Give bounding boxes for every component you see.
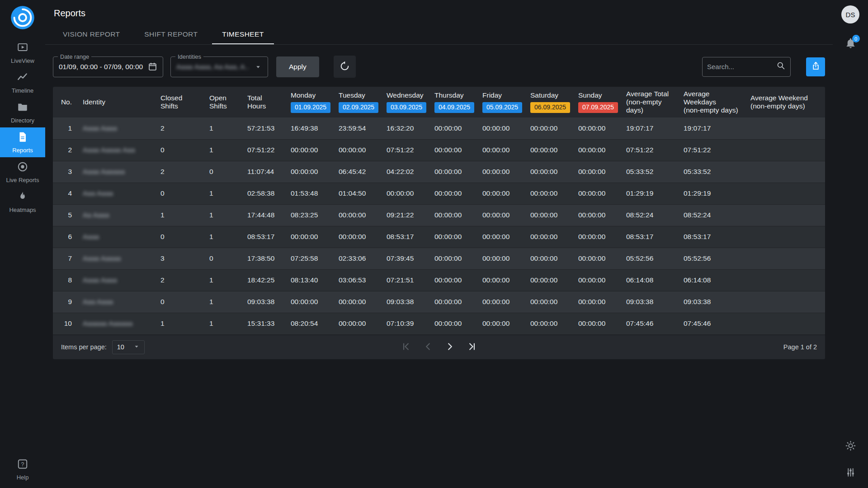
cell-sunday: 00:00:00 xyxy=(574,139,622,161)
calendar-icon[interactable] xyxy=(148,62,157,71)
sidebar-item-heatmaps[interactable]: Heatmaps xyxy=(0,187,45,217)
sidebar-item-liveview[interactable]: LiveView xyxy=(0,38,45,68)
column-label: Tuesday xyxy=(339,91,377,99)
chevron-down-icon xyxy=(254,63,262,71)
cell-tuesday: 00:00:00 xyxy=(334,139,382,161)
cell-sunday: 00:00:00 xyxy=(574,313,622,334)
sidebar-item-label: Heatmaps xyxy=(9,206,36,213)
cell-avg_total: 06:14:08 xyxy=(622,269,679,291)
search-input[interactable] xyxy=(707,63,774,70)
cell-wednesday: 07:39:45 xyxy=(382,248,430,269)
notification-badge: 0 xyxy=(852,35,860,42)
tab-timesheet[interactable]: TIMESHEET xyxy=(212,26,274,44)
folder-icon xyxy=(17,101,28,115)
cell-thursday: 00:00:00 xyxy=(430,226,478,248)
avatar[interactable]: DS xyxy=(841,5,859,23)
column-header-wednesday: Wednesday03.09.2025 xyxy=(382,87,430,117)
tab-shift-report[interactable]: SHIFT REPORT xyxy=(134,26,208,44)
cell-no: 8 xyxy=(53,269,78,291)
sidebar-item-label: Help xyxy=(17,474,29,481)
cell-sunday: 00:00:00 xyxy=(574,248,622,269)
apply-button[interactable]: Apply xyxy=(276,56,319,77)
identity-redacted: Aaa Aaaa xyxy=(83,189,113,197)
refresh-button[interactable] xyxy=(334,56,356,78)
cell-sunday: 00:00:00 xyxy=(574,117,622,139)
identities-field[interactable]: Identities Aaaa Aaaa, Aa Aaa, A... xyxy=(170,56,268,77)
date-chip: 04.09.2025 xyxy=(434,102,474,113)
bell-icon xyxy=(844,43,857,51)
cell-avg_weekdays: 08:53:17 xyxy=(679,226,746,248)
cell-saturday: 00:00:00 xyxy=(526,313,574,334)
identity-redacted: Aaaa Aaaa xyxy=(83,276,117,284)
cell-closed_shifts: 1 xyxy=(156,313,205,334)
cell-thursday: 00:00:00 xyxy=(430,204,478,226)
timesheet-table-card: No.IdentityClosed ShiftsOpen ShiftsTotal… xyxy=(53,87,825,359)
cell-wednesday: 16:32:20 xyxy=(382,117,430,139)
sidebar-item-reports[interactable]: Reports xyxy=(0,127,45,157)
cell-avg_weekdays: 01:29:19 xyxy=(679,183,746,204)
column-header-avg_total: Average Total(non-empty days) xyxy=(622,87,679,117)
flame-icon xyxy=(17,191,28,204)
column-header-saturday: Saturday06.09.2025 xyxy=(526,87,574,117)
cell-no: 5 xyxy=(53,204,78,226)
next-page-button[interactable] xyxy=(442,339,458,355)
tab-vision-report[interactable]: VISION REPORT xyxy=(53,26,130,44)
cell-saturday: 00:00:00 xyxy=(526,139,574,161)
sidebar-item-help[interactable]: ? Help xyxy=(0,455,45,484)
identity-redacted: Aaa Aaaa xyxy=(83,298,113,305)
previous-page-button[interactable] xyxy=(420,339,436,355)
cell-sunday: 00:00:00 xyxy=(574,183,622,204)
sidebar-item-timeline[interactable]: Timeline xyxy=(0,68,45,98)
date-chip: 01.09.2025 xyxy=(291,102,330,113)
filter-settings-button[interactable] xyxy=(845,467,856,480)
column-header-thursday: Thursday04.09.2025 xyxy=(430,87,478,117)
table-row: 3Aaaa Aaaaaa2011:07:4400:00:0006:45:4204… xyxy=(53,161,825,183)
column-label: Average Weekend xyxy=(750,94,821,102)
cell-open_shifts: 1 xyxy=(205,117,243,139)
sidebar-item-label: Directory xyxy=(11,117,34,124)
table-footer: Items per page: 10 xyxy=(53,335,825,359)
column-header-avg_weekdays: Average Weekdays(non-empty days) xyxy=(679,87,746,117)
cell-friday: 00:00:00 xyxy=(478,248,526,269)
notifications-button[interactable]: 0 xyxy=(844,37,857,51)
sidebar-item-directory[interactable]: Directory xyxy=(0,98,45,127)
last-page-button[interactable] xyxy=(464,339,479,355)
sun-icon xyxy=(845,440,856,453)
cell-avg_weekdays: 07:45:46 xyxy=(679,313,746,334)
cell-avg_total: 09:03:38 xyxy=(622,291,679,313)
sidebar-item-live-reports[interactable]: Live Reports xyxy=(0,157,45,187)
cell-avg_weekdays: 05:52:56 xyxy=(679,248,746,269)
cell-avg_weekend xyxy=(746,204,825,226)
cell-saturday: 00:00:00 xyxy=(526,248,574,269)
cell-total_hours: 17:38:50 xyxy=(243,248,286,269)
sidebar-item-label: LiveView xyxy=(11,57,34,64)
cell-tuesday: 03:06:53 xyxy=(334,269,382,291)
cell-avg_total: 08:52:24 xyxy=(622,204,679,226)
brightness-button[interactable] xyxy=(845,440,856,453)
cell-identity: Aaa Aaaa xyxy=(78,183,156,204)
cell-tuesday: 01:04:50 xyxy=(334,183,382,204)
cell-identity: Aaaa Aaaa xyxy=(78,117,156,139)
page-title: Reports xyxy=(54,8,825,19)
cell-monday: 00:00:00 xyxy=(286,139,334,161)
column-header-no: No. xyxy=(53,87,78,117)
cell-open_shifts: 1 xyxy=(205,183,243,204)
cell-wednesday: 09:03:38 xyxy=(382,291,430,313)
cell-avg_weekend xyxy=(746,226,825,248)
tune-icon xyxy=(845,467,856,480)
export-button[interactable] xyxy=(806,57,825,76)
date-range-field[interactable]: Date range 01/09, 00:00 - 07/09, 00:00 xyxy=(53,56,163,77)
cell-total_hours: 09:03:38 xyxy=(243,291,286,313)
main-area: Reports VISION REPORT SHIFT REPORT TIMES… xyxy=(45,0,833,488)
sidebar-item-label: Reports xyxy=(12,147,33,154)
cell-thursday: 00:00:00 xyxy=(430,139,478,161)
first-page-button[interactable] xyxy=(399,339,414,355)
cell-open_shifts: 1 xyxy=(205,139,243,161)
cell-no: 7 xyxy=(53,248,78,269)
cell-identity: Aaaa Aaaaa xyxy=(78,248,156,269)
cell-saturday: 00:00:00 xyxy=(526,161,574,183)
cell-thursday: 00:00:00 xyxy=(430,291,478,313)
items-per-page-select[interactable]: 10 xyxy=(112,340,145,354)
identity-redacted: Aaaa Aaaa xyxy=(83,124,117,132)
cell-tuesday: 00:00:00 xyxy=(334,204,382,226)
